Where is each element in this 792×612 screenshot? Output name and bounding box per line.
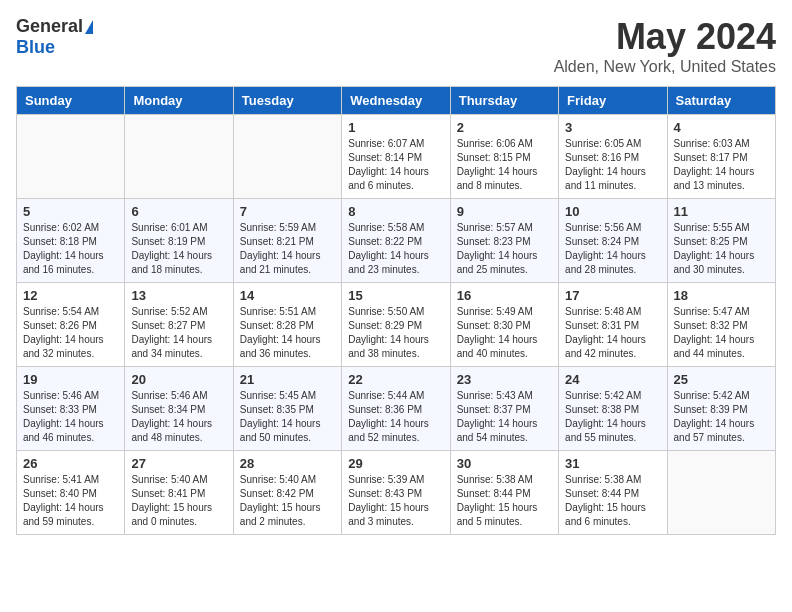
calendar-cell: 15Sunrise: 5:50 AMSunset: 8:29 PMDayligh… [342,283,450,367]
day-detail: Sunrise: 5:59 AMSunset: 8:21 PMDaylight:… [240,221,335,277]
logo-blue-text: Blue [16,37,55,58]
calendar-cell [17,115,125,199]
calendar-cell: 3Sunrise: 6:05 AMSunset: 8:16 PMDaylight… [559,115,667,199]
day-detail: Sunrise: 6:03 AMSunset: 8:17 PMDaylight:… [674,137,769,193]
day-number: 13 [131,288,226,303]
day-detail: Sunrise: 6:01 AMSunset: 8:19 PMDaylight:… [131,221,226,277]
logo: General Blue [16,16,93,58]
calendar-cell: 4Sunrise: 6:03 AMSunset: 8:17 PMDaylight… [667,115,775,199]
header-row: SundayMondayTuesdayWednesdayThursdayFrid… [17,87,776,115]
day-number: 11 [674,204,769,219]
day-number: 6 [131,204,226,219]
calendar-cell: 14Sunrise: 5:51 AMSunset: 8:28 PMDayligh… [233,283,341,367]
calendar-cell: 21Sunrise: 5:45 AMSunset: 8:35 PMDayligh… [233,367,341,451]
day-detail: Sunrise: 5:47 AMSunset: 8:32 PMDaylight:… [674,305,769,361]
calendar-cell: 27Sunrise: 5:40 AMSunset: 8:41 PMDayligh… [125,451,233,535]
page-header: General Blue May 2024 Alden, New York, U… [16,16,776,76]
day-detail: Sunrise: 5:46 AMSunset: 8:34 PMDaylight:… [131,389,226,445]
header-day-saturday: Saturday [667,87,775,115]
calendar-cell: 29Sunrise: 5:39 AMSunset: 8:43 PMDayligh… [342,451,450,535]
header-day-sunday: Sunday [17,87,125,115]
day-detail: Sunrise: 5:54 AMSunset: 8:26 PMDaylight:… [23,305,118,361]
page-subtitle: Alden, New York, United States [554,58,776,76]
calendar-cell: 16Sunrise: 5:49 AMSunset: 8:30 PMDayligh… [450,283,558,367]
calendar-cell: 6Sunrise: 6:01 AMSunset: 8:19 PMDaylight… [125,199,233,283]
day-detail: Sunrise: 5:43 AMSunset: 8:37 PMDaylight:… [457,389,552,445]
calendar-cell: 26Sunrise: 5:41 AMSunset: 8:40 PMDayligh… [17,451,125,535]
calendar-cell: 1Sunrise: 6:07 AMSunset: 8:14 PMDaylight… [342,115,450,199]
day-number: 9 [457,204,552,219]
calendar-cell: 12Sunrise: 5:54 AMSunset: 8:26 PMDayligh… [17,283,125,367]
day-detail: Sunrise: 5:56 AMSunset: 8:24 PMDaylight:… [565,221,660,277]
title-block: May 2024 Alden, New York, United States [554,16,776,76]
calendar-cell: 2Sunrise: 6:06 AMSunset: 8:15 PMDaylight… [450,115,558,199]
day-detail: Sunrise: 5:48 AMSunset: 8:31 PMDaylight:… [565,305,660,361]
day-detail: Sunrise: 5:45 AMSunset: 8:35 PMDaylight:… [240,389,335,445]
header-day-monday: Monday [125,87,233,115]
calendar-week-2: 5Sunrise: 6:02 AMSunset: 8:18 PMDaylight… [17,199,776,283]
calendar-cell [233,115,341,199]
calendar-cell: 24Sunrise: 5:42 AMSunset: 8:38 PMDayligh… [559,367,667,451]
day-number: 22 [348,372,443,387]
calendar-table: SundayMondayTuesdayWednesdayThursdayFrid… [16,86,776,535]
logo-triangle-icon [85,20,93,34]
calendar-cell: 18Sunrise: 5:47 AMSunset: 8:32 PMDayligh… [667,283,775,367]
day-number: 8 [348,204,443,219]
day-number: 25 [674,372,769,387]
logo-general-text: General [16,16,83,37]
calendar-cell: 5Sunrise: 6:02 AMSunset: 8:18 PMDaylight… [17,199,125,283]
header-day-tuesday: Tuesday [233,87,341,115]
day-detail: Sunrise: 5:40 AMSunset: 8:41 PMDaylight:… [131,473,226,529]
calendar-cell: 17Sunrise: 5:48 AMSunset: 8:31 PMDayligh… [559,283,667,367]
calendar-week-1: 1Sunrise: 6:07 AMSunset: 8:14 PMDaylight… [17,115,776,199]
calendar-cell: 23Sunrise: 5:43 AMSunset: 8:37 PMDayligh… [450,367,558,451]
page-title: May 2024 [554,16,776,58]
day-number: 10 [565,204,660,219]
calendar-cell: 20Sunrise: 5:46 AMSunset: 8:34 PMDayligh… [125,367,233,451]
day-number: 7 [240,204,335,219]
calendar-cell: 25Sunrise: 5:42 AMSunset: 8:39 PMDayligh… [667,367,775,451]
day-detail: Sunrise: 5:50 AMSunset: 8:29 PMDaylight:… [348,305,443,361]
calendar-cell: 28Sunrise: 5:40 AMSunset: 8:42 PMDayligh… [233,451,341,535]
day-number: 17 [565,288,660,303]
calendar-cell: 11Sunrise: 5:55 AMSunset: 8:25 PMDayligh… [667,199,775,283]
day-detail: Sunrise: 5:38 AMSunset: 8:44 PMDaylight:… [457,473,552,529]
day-number: 19 [23,372,118,387]
day-detail: Sunrise: 5:57 AMSunset: 8:23 PMDaylight:… [457,221,552,277]
day-number: 24 [565,372,660,387]
day-detail: Sunrise: 5:58 AMSunset: 8:22 PMDaylight:… [348,221,443,277]
day-detail: Sunrise: 5:41 AMSunset: 8:40 PMDaylight:… [23,473,118,529]
day-number: 12 [23,288,118,303]
day-detail: Sunrise: 5:46 AMSunset: 8:33 PMDaylight:… [23,389,118,445]
day-number: 1 [348,120,443,135]
day-number: 16 [457,288,552,303]
calendar-week-4: 19Sunrise: 5:46 AMSunset: 8:33 PMDayligh… [17,367,776,451]
calendar-header: SundayMondayTuesdayWednesdayThursdayFrid… [17,87,776,115]
calendar-cell: 31Sunrise: 5:38 AMSunset: 8:44 PMDayligh… [559,451,667,535]
header-day-thursday: Thursday [450,87,558,115]
day-detail: Sunrise: 5:44 AMSunset: 8:36 PMDaylight:… [348,389,443,445]
day-detail: Sunrise: 6:07 AMSunset: 8:14 PMDaylight:… [348,137,443,193]
day-detail: Sunrise: 6:06 AMSunset: 8:15 PMDaylight:… [457,137,552,193]
day-detail: Sunrise: 5:42 AMSunset: 8:38 PMDaylight:… [565,389,660,445]
day-detail: Sunrise: 5:39 AMSunset: 8:43 PMDaylight:… [348,473,443,529]
day-number: 23 [457,372,552,387]
calendar-cell: 9Sunrise: 5:57 AMSunset: 8:23 PMDaylight… [450,199,558,283]
day-number: 14 [240,288,335,303]
day-detail: Sunrise: 5:52 AMSunset: 8:27 PMDaylight:… [131,305,226,361]
day-number: 5 [23,204,118,219]
day-number: 28 [240,456,335,471]
calendar-body: 1Sunrise: 6:07 AMSunset: 8:14 PMDaylight… [17,115,776,535]
calendar-cell: 19Sunrise: 5:46 AMSunset: 8:33 PMDayligh… [17,367,125,451]
calendar-week-3: 12Sunrise: 5:54 AMSunset: 8:26 PMDayligh… [17,283,776,367]
day-detail: Sunrise: 5:38 AMSunset: 8:44 PMDaylight:… [565,473,660,529]
calendar-cell: 22Sunrise: 5:44 AMSunset: 8:36 PMDayligh… [342,367,450,451]
day-number: 26 [23,456,118,471]
day-number: 27 [131,456,226,471]
day-number: 18 [674,288,769,303]
day-number: 30 [457,456,552,471]
calendar-cell: 30Sunrise: 5:38 AMSunset: 8:44 PMDayligh… [450,451,558,535]
day-number: 4 [674,120,769,135]
calendar-week-5: 26Sunrise: 5:41 AMSunset: 8:40 PMDayligh… [17,451,776,535]
day-number: 21 [240,372,335,387]
